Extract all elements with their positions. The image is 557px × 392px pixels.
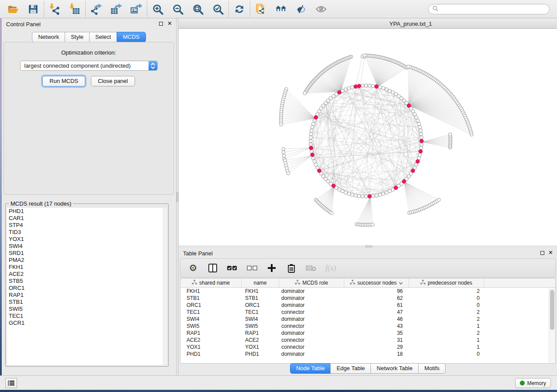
- tab-style[interactable]: Style: [65, 32, 90, 42]
- mcds-result-item[interactable]: STP4: [7, 222, 167, 229]
- hide-eye-button[interactable]: [294, 3, 308, 16]
- table-row[interactable]: SWI5SWI5connector431: [180, 323, 555, 330]
- mcds-result-item[interactable]: SWI5: [7, 306, 167, 313]
- tab-edge-table[interactable]: Edge Table: [330, 363, 371, 374]
- mcds-result-item[interactable]: SWI4: [7, 243, 167, 250]
- table-row[interactable]: ORC1ORC1dominator610: [180, 302, 555, 309]
- dominator-node: [309, 146, 313, 150]
- table-row[interactable]: STB1STB1dominator620: [180, 295, 555, 302]
- criterion-dropdown[interactable]: largest connected component (undirected): [20, 61, 158, 71]
- splitter-grip[interactable]: [176, 192, 178, 202]
- table-row[interactable]: FKH1FKH1dominator962: [180, 288, 555, 295]
- table-scrollbar[interactable]: [549, 288, 555, 363]
- close-panel-icon[interactable]: ✕: [167, 20, 172, 27]
- zoom-selected-button[interactable]: [211, 3, 225, 16]
- network-view-canvas[interactable]: [179, 29, 557, 245]
- mcds-result-item[interactable]: CAR1: [7, 215, 167, 222]
- column-header-name[interactable]: name: [242, 279, 279, 287]
- table-row[interactable]: YOX1YOX1connector291: [180, 344, 555, 351]
- mcds-result-item[interactable]: STB1: [7, 299, 167, 306]
- column-header-predecessor-nodes[interactable]: predecessor nodes: [409, 279, 484, 287]
- search-input[interactable]: [441, 5, 549, 14]
- column-header-mcds-role[interactable]: MCDS role: [279, 279, 344, 287]
- zoom-fit-button[interactable]: [191, 3, 204, 16]
- dominator-node: [416, 160, 420, 164]
- run-mcds-button[interactable]: Run MCDS: [42, 76, 85, 86]
- network-window-titlebar[interactable]: YPA_prune.txt_1: [179, 18, 557, 29]
- show-eye-button[interactable]: [315, 3, 328, 16]
- cell-predecessor-nodes: 0: [409, 302, 484, 309]
- table-row[interactable]: RAP1RAP1dominator352: [180, 330, 555, 337]
- column-header-successor-nodes[interactable]: successor nodes: [344, 279, 409, 287]
- tab-network-table[interactable]: Network Table: [370, 363, 419, 374]
- table-row[interactable]: TEC1TEC1connector472: [180, 309, 555, 316]
- homes-button[interactable]: [274, 3, 287, 16]
- refresh-layout-button[interactable]: [233, 3, 246, 16]
- dominator-node: [354, 85, 358, 89]
- export-image-button[interactable]: [130, 3, 143, 16]
- tab-select[interactable]: Select: [89, 32, 117, 42]
- cell-mcds-role: dominator: [279, 302, 344, 309]
- float-panel-icon[interactable]: [540, 251, 544, 255]
- import-network-button[interactable]: [48, 3, 61, 16]
- cell-predecessor-nodes: 1: [409, 323, 484, 330]
- float-panel-icon[interactable]: [159, 22, 163, 26]
- cell-mcds-role: dominator: [279, 330, 344, 337]
- dominator-node: [394, 186, 398, 190]
- column-header-shared-name[interactable]: shared name: [180, 279, 242, 287]
- table-row[interactable]: SWI4SWI4dominator462: [180, 316, 555, 323]
- cell-name: SWI4: [242, 316, 279, 323]
- mcds-result-list: PHD1CAR1STP4TID3YOX1SWI4SRD1PMA2FKH1ACE2…: [7, 208, 167, 365]
- mcds-result-item[interactable]: PMA2: [7, 257, 167, 264]
- save-session-button[interactable]: [27, 3, 40, 16]
- zoom-in-button[interactable]: [151, 3, 164, 16]
- toolbar-group: [250, 0, 332, 18]
- unselect-all-columns-button[interactable]: [246, 262, 258, 274]
- search-box[interactable]: [428, 4, 550, 14]
- cell-mcds-role: dominator: [279, 295, 344, 302]
- zoom-out-button[interactable]: [171, 3, 184, 16]
- cell-mcds-role: dominator: [279, 316, 344, 323]
- close-panel-icon[interactable]: ✕: [548, 249, 553, 256]
- table-settings-button[interactable]: ⚙: [187, 262, 199, 274]
- export-table-button[interactable]: [110, 3, 123, 16]
- tab-network[interactable]: Network: [32, 32, 65, 42]
- mcds-result-item[interactable]: TID3: [7, 229, 167, 236]
- mcds-result-item[interactable]: SRD1: [7, 250, 167, 257]
- scrollbar-thumb[interactable]: [550, 290, 554, 330]
- mcds-list-scrollbar[interactable]: [163, 208, 167, 365]
- memory-button[interactable]: Memory: [515, 378, 551, 388]
- table-row[interactable]: PHD1PHD1dominator180: [180, 351, 555, 358]
- split-columns-button[interactable]: [207, 262, 218, 274]
- close-panel-button[interactable]: Close panel: [91, 76, 135, 86]
- mcds-result-item[interactable]: ORC1: [7, 285, 167, 292]
- mcds-result-item[interactable]: ACE2: [7, 271, 167, 278]
- export-network-button[interactable]: [90, 3, 103, 16]
- cell-predecessor-nodes: 2: [409, 309, 484, 316]
- cell-name: STB1: [242, 295, 279, 302]
- network-share-doc-button[interactable]: [254, 3, 267, 16]
- tab-node-table[interactable]: Node Table: [290, 363, 331, 374]
- cell-name: PHD1: [242, 351, 279, 358]
- open-file-button[interactable]: [7, 3, 20, 16]
- mcds-result-item[interactable]: GCR1: [7, 320, 167, 327]
- table-panel-tabs: Node TableEdge TableNetwork TableMotifs: [179, 363, 557, 374]
- toolbar-icon-groups: [3, 0, 332, 18]
- cell-predecessor-nodes: 0: [409, 351, 484, 358]
- mcds-result-item[interactable]: YOX1: [7, 236, 167, 243]
- table-row[interactable]: ACE2ACE2connector311: [180, 337, 555, 344]
- mcds-result-item[interactable]: FKH1: [7, 264, 167, 271]
- dominator-node: [338, 90, 342, 94]
- mcds-result-item[interactable]: RAP1: [7, 292, 167, 299]
- mcds-result-item[interactable]: PHD1: [7, 208, 167, 215]
- dominator-node: [332, 184, 336, 188]
- add-column-button[interactable]: [266, 262, 277, 274]
- tab-mcds[interactable]: MCDS: [117, 32, 145, 42]
- tab-motifs[interactable]: Motifs: [418, 363, 446, 374]
- mcds-result-item[interactable]: STB5: [7, 278, 167, 285]
- delete-column-button[interactable]: [286, 262, 297, 274]
- mcds-result-item[interactable]: TEC1: [7, 313, 167, 320]
- select-all-columns-button[interactable]: [227, 262, 238, 274]
- panel-list-button[interactable]: [5, 378, 17, 388]
- import-table-button[interactable]: [68, 3, 81, 16]
